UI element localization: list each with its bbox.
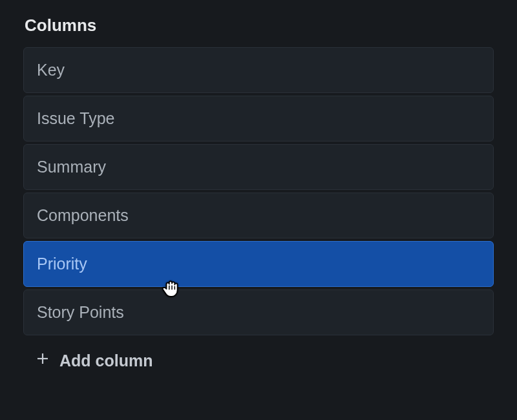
column-label: Key (37, 61, 65, 79)
column-item-issue-type[interactable]: Issue Type (23, 96, 494, 142)
column-label: Components (37, 206, 129, 224)
columns-panel: Columns Key Issue Type Summary Component… (0, 0, 517, 420)
column-item-key[interactable]: Key (23, 47, 494, 93)
column-item-priority[interactable]: Priority (23, 241, 494, 287)
plus-icon (35, 351, 50, 370)
add-column-label: Add column (59, 352, 153, 370)
add-column-button[interactable]: Add column (23, 335, 494, 377)
column-label: Priority (37, 255, 87, 273)
column-label: Summary (37, 158, 106, 176)
column-item-summary[interactable]: Summary (23, 144, 494, 190)
columns-list: Key Issue Type Summary Components Priori… (23, 47, 494, 335)
column-item-components[interactable]: Components (23, 193, 494, 238)
section-title: Columns (25, 16, 494, 36)
column-label: Story Points (37, 303, 124, 321)
column-item-story-points[interactable]: Story Points (23, 289, 494, 335)
column-label: Issue Type (37, 109, 114, 127)
